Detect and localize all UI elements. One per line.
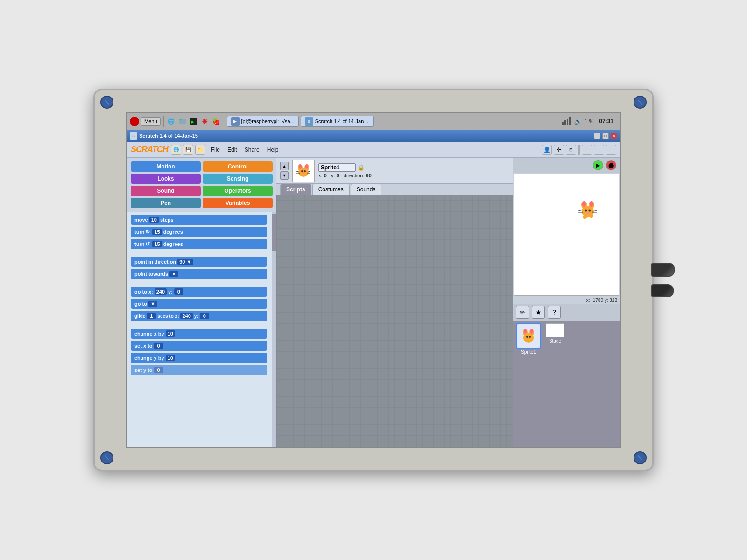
collapse-btn[interactable]: ▲ [280, 162, 289, 170]
menu-items: File Edit Share Help [211, 147, 536, 153]
device-frame: Menu 🌐 ▶_ ✸ 🍓 [93, 89, 654, 471]
category-buttons: Motion Control Looks Sensing Sound Opera… [127, 158, 276, 212]
stage-thumbnail[interactable]: Stage [546, 323, 564, 343]
people-icon[interactable]: 👤 [542, 145, 552, 155]
stage-canvas [514, 174, 619, 296]
file-menu[interactable]: File [211, 147, 220, 153]
sprite1-cat-icon [518, 326, 539, 346]
sprite1-thumb-box[interactable] [516, 323, 541, 349]
taskbar-sep2 [224, 116, 224, 127]
block-change-x[interactable]: change x by 10 [131, 329, 267, 339]
screen: Menu 🌐 ▶_ ✸ 🍓 [126, 112, 621, 448]
block-set-x[interactable]: set x to 0 [131, 341, 267, 351]
script-area: ▲ ▼ [276, 158, 513, 447]
sprite1-thumbnail[interactable]: Sprite1 [516, 323, 541, 355]
tab-costumes[interactable]: Costumes [312, 184, 350, 195]
usb-connector [651, 284, 674, 297]
taskbar: Menu 🌐 ▶_ ✸ 🍓 [127, 113, 620, 130]
terminal-window-btn[interactable]: ▶ [pi@raspberrypi: ~/sa... [227, 116, 299, 127]
starburst-icon[interactable]: ✸ [200, 117, 210, 126]
pen-category[interactable]: Pen [131, 198, 201, 208]
svg-rect-5 [564, 120, 566, 125]
scratch-menubar: SCRATCH 🌐 💾 📁 File Edit Share Help 👤 [127, 142, 620, 158]
sensing-category[interactable]: Sensing [203, 174, 273, 184]
crosshair-icon[interactable]: ✛ [554, 145, 564, 155]
edit-menu[interactable]: Edit [227, 147, 237, 153]
scratch-logo: SCRATCH [131, 145, 168, 154]
view-3-icon[interactable] [606, 145, 616, 155]
control-category[interactable]: Control [203, 161, 273, 172]
file-manager-icon[interactable] [178, 117, 187, 126]
expand-btn[interactable]: ▼ [280, 171, 289, 180]
green-flag-button[interactable]: ▶ [593, 160, 603, 170]
svg-text:▶_: ▶_ [191, 119, 197, 124]
block-go-to[interactable]: go to ▼ [131, 299, 267, 309]
rasppi-icon[interactable]: 🍓 [211, 117, 221, 126]
svg-rect-1 [179, 119, 182, 120]
help-menu[interactable]: Help [267, 147, 279, 153]
star-tool-btn[interactable]: ★ [532, 306, 545, 319]
battery-percent: 1 % [585, 119, 593, 124]
svg-rect-7 [569, 117, 571, 125]
tab-scripts[interactable]: Scripts [280, 184, 311, 195]
block-change-y[interactable]: change y by 10 [131, 353, 267, 363]
menu-button[interactable]: Menu [141, 117, 161, 126]
sprite-name-input[interactable] [318, 163, 356, 172]
stage-thumb-box[interactable] [546, 323, 564, 337]
block-glide[interactable]: glide 1 secs to x: 240 y: 0 [131, 311, 267, 321]
sprite-info: 🔒 x: 0 y: 0 direction: 90 [318, 163, 372, 178]
svg-point-26 [589, 210, 591, 212]
view-2-icon[interactable] [594, 145, 604, 155]
scratch-window-btn[interactable]: S Scratch 1.4 of 14-Jan-... [301, 116, 374, 127]
terminal-icon[interactable]: ▶_ [189, 117, 198, 126]
block-go-to-xy[interactable]: go to x: 240 y: 0 [131, 287, 267, 297]
svg-point-24 [590, 201, 593, 207]
block-turn-ccw[interactable]: turn ↺ 15 degrees [131, 239, 267, 249]
svg-point-14 [304, 170, 306, 172]
scrollbar-thumb[interactable] [272, 214, 276, 251]
block-move[interactable]: move 10 steps [131, 215, 267, 225]
looks-category[interactable]: Looks [131, 174, 201, 184]
block-point-direction[interactable]: point in direction 90 ▼ [131, 257, 267, 267]
window-title: Scratch 1.4 of 14-Jan-15 [139, 133, 592, 139]
share-menu[interactable]: Share [245, 147, 260, 153]
screw-tr [634, 96, 647, 109]
folder-menu-icon[interactable]: 📁 [195, 145, 205, 155]
close-button[interactable]: ✕ [611, 133, 617, 139]
svg-point-15 [302, 172, 305, 174]
globe-icon[interactable]: 🌐 [167, 117, 176, 126]
scrollbar-track[interactable] [272, 212, 276, 447]
minimize-button[interactable]: _ [594, 133, 600, 139]
operators-category[interactable]: Operators [203, 186, 273, 196]
screw-tl [100, 96, 113, 109]
raspberry-logo [130, 117, 139, 126]
block-turn-cw[interactable]: turn ↻ 15 degrees [131, 227, 267, 237]
variables-category[interactable]: Variables [203, 198, 273, 208]
stage-coordinates: x: -1780 y: 322 [513, 297, 620, 304]
taskbar-sep1 [163, 116, 164, 127]
globe-menu-icon[interactable]: 🌐 [171, 145, 181, 155]
stop-button[interactable]: ⬤ [606, 160, 616, 170]
sprite-thumbnail [292, 160, 315, 182]
motion-category[interactable]: Motion [131, 161, 201, 172]
save-menu-icon[interactable]: 💾 [183, 145, 193, 155]
tab-sounds[interactable]: Sounds [351, 184, 382, 195]
screw-br [634, 451, 647, 464]
block-point-towards[interactable]: point towards ▼ [131, 269, 267, 279]
maximize-button[interactable]: □ [602, 133, 609, 139]
stage-sprite [576, 197, 600, 224]
network-icon [560, 117, 571, 126]
svg-point-40 [529, 336, 531, 338]
grid-icon[interactable]: ⊞ [566, 145, 576, 155]
block-set-y[interactable]: set y to 0 [131, 365, 267, 375]
stamp-tool-btn[interactable]: ✏ [516, 306, 529, 319]
sound-category[interactable]: Sound [131, 186, 201, 196]
svg-point-13 [301, 170, 303, 172]
question-tool-btn[interactable]: ? [548, 306, 561, 319]
svg-rect-6 [567, 119, 568, 125]
script-workspace[interactable] [276, 195, 513, 447]
svg-point-23 [582, 201, 586, 207]
sprite1-label: Sprite1 [521, 350, 536, 355]
window-icon: S [130, 132, 137, 140]
view-1-icon[interactable] [582, 145, 592, 155]
